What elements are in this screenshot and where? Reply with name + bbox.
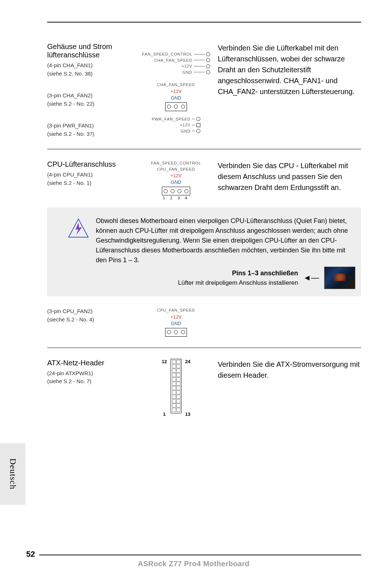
section4-title: ATX-Netz-Header <box>47 359 134 367</box>
section2-item0-label: (4-pin CPU_FAN1) <box>47 171 134 179</box>
section-cpu-fan2: (3-pin CPU_FAN2) (sieche S.2 - No. 4) CP… <box>47 307 361 337</box>
lightning-warning-icon <box>68 218 89 238</box>
section2-title: CPU-Lüfteranschluss <box>47 160 134 169</box>
separator-2 <box>47 348 361 348</box>
note-bold: Pins 1–3 anschließen <box>178 269 298 277</box>
diagram-cpu-fan1: FAN_SPEED_CONTROL CPU_FAN_SPEED +12V GND… <box>138 160 214 200</box>
section4-desc: Verbinden Sie die ATX-Stromversorgung mi… <box>218 359 361 381</box>
section2-item0-ref: (siehe S.2 - No. 1) <box>47 179 134 187</box>
section1-item2-ref: (siehe S.2 - No. 37) <box>47 130 134 138</box>
arrow-left-icon: ◄— <box>303 273 319 283</box>
warning-note: Obwohl dieses Motherboard einen vierpoli… <box>47 207 361 296</box>
note-main-text: Obwohl dieses Motherboard einen vierpoli… <box>96 216 355 265</box>
section2-desc: Verbinden Sie das CPU - Lüfterkabel mit … <box>218 160 361 193</box>
section-cpu-fan: CPU-Lüfteranschluss (4-pin CPU_FAN1) (si… <box>47 160 361 200</box>
section1-item1-ref: (siehe S.2 - No. 22) <box>47 100 134 108</box>
section4-item0-ref: (siehe S.2 - No. 7) <box>47 377 134 386</box>
section3-item0-label: (3-pin CPU_FAN2) <box>47 307 134 316</box>
language-tab: Deutsch <box>0 443 25 505</box>
diagram-cpu-fan2: CPU_FAN_SPEED +12V GND <box>138 307 214 337</box>
section1-desc: Verbinden Sie die Lüfterkabel mit den Lü… <box>218 42 361 97</box>
diagram-cha-fan1: FAN_SPEED_CONTROL CHA_FAN_SPEED +12V GND <box>142 51 210 75</box>
section1-title: Gehäuse und Strom lüfteranschlüsse <box>47 42 134 59</box>
section1-item2-label: (3-pin PWR_FAN1) <box>47 122 134 130</box>
top-rule <box>47 22 361 23</box>
connector-photo <box>324 267 355 289</box>
diagram-cha-fan2: CHA_FAN_SPEED +12V GND <box>138 82 214 111</box>
section3-item0-ref: (sieche S.2 - No. 4) <box>47 316 134 324</box>
diagram-atx: 12 1 24 13 <box>138 359 214 417</box>
diagram-pwr-fan1: PWR_FAN_SPEED +12V GND <box>152 116 200 134</box>
page-content: Gehäuse und Strom lüfteranschlüsse (4-pi… <box>47 22 361 566</box>
section1-item0-ref: (siehe S.2, No. 38) <box>47 70 134 78</box>
page-footer: 52 ASRock Z77 Pro4 Motherboard <box>26 555 361 568</box>
section1-item1-label: (3-pin CHA_FAN2) <box>47 92 134 100</box>
separator-1 <box>47 149 361 149</box>
language-label: Deutsch <box>8 458 18 490</box>
footer-title: ASRock Z77 Pro4 Motherboard <box>26 560 361 568</box>
section1-item0-label: (4-pin CHA_FAN1) <box>47 61 134 70</box>
note-sub: Lüfter mit dreipoligem Anschluss install… <box>178 279 298 287</box>
page-number: 52 <box>26 550 39 559</box>
section-chassis-fans: Gehäuse und Strom lüfteranschlüsse (4-pi… <box>47 42 361 138</box>
section-atx-header: ATX-Netz-Header (24-pin ATXPWR1) (siehe … <box>47 359 361 417</box>
section4-item0-label: (24-pin ATXPWR1) <box>47 369 134 378</box>
